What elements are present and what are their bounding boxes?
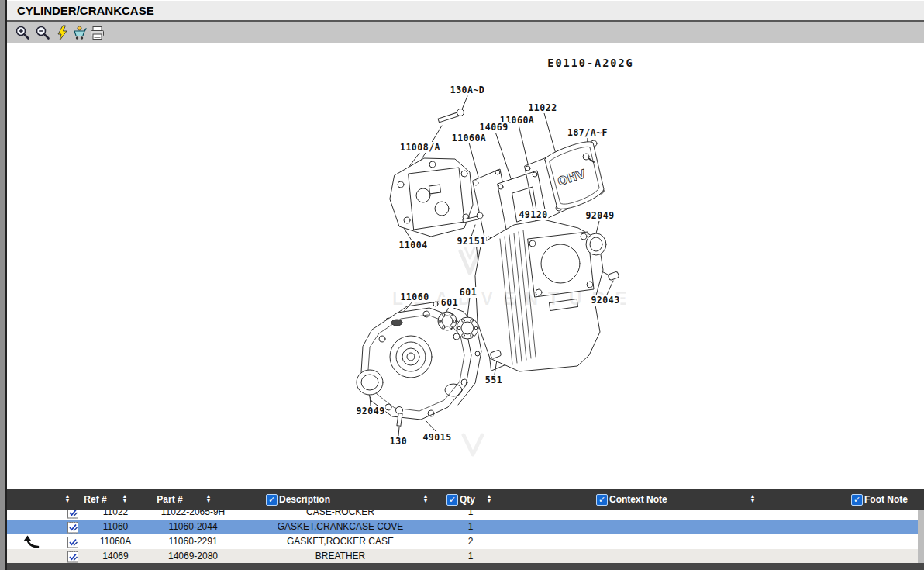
table-row[interactable]: 11022 11022-2065-9H CASE-ROCKER 1 xyxy=(7,510,924,520)
column-header-ref[interactable]: Ref # xyxy=(84,494,106,505)
part-label-551[interactable]: 551 xyxy=(484,375,503,385)
part-cell: 11022-2065-9H xyxy=(147,510,240,520)
page-title: CYLINDER/CRANKCASE xyxy=(17,1,924,21)
bottom-bar xyxy=(7,563,924,570)
part-label-11008-a[interactable]: 11008/A xyxy=(399,142,441,153)
column-header-context-note[interactable]: Context Note xyxy=(609,494,667,505)
part-label-92049[interactable]: 92049 xyxy=(584,210,615,221)
foot-note-column-checkbox[interactable]: ✓ xyxy=(851,494,863,506)
table-row[interactable]: 14069 14069-2080 BREATHER 1 xyxy=(7,549,924,563)
description-cell: BREATHER xyxy=(247,549,433,563)
sort-control[interactable]: ▲▼ xyxy=(423,494,429,503)
table-right-edge xyxy=(918,510,924,563)
part-label-11022[interactable]: 11022 xyxy=(527,102,557,113)
table-header: ▲▼ Ref # ▲▼ Part # ▲▼ ✓ Description ▲▼ ✓… xyxy=(7,489,924,510)
ref-cell: 11060A xyxy=(82,534,149,549)
sort-control[interactable]: ▲▼ xyxy=(122,494,128,503)
part-label-130a-d[interactable]: 130A~D xyxy=(450,85,486,95)
column-header-qty[interactable]: Qty xyxy=(460,494,475,505)
column-header-part[interactable]: Part # xyxy=(157,494,182,505)
description-cell: CASE-ROCKER xyxy=(247,510,433,520)
add-to-cart-icon[interactable] xyxy=(72,25,88,41)
context-note-column-checkbox[interactable]: ✓ xyxy=(596,494,608,506)
ref-cell: 14069 xyxy=(82,549,149,563)
exploded-diagram-area: OHV xyxy=(7,43,924,489)
part-label-14069[interactable]: 14069 xyxy=(478,122,509,133)
part-label-49015[interactable]: 49015 xyxy=(422,432,452,443)
qty-column-checkbox[interactable]: ✓ xyxy=(446,494,458,506)
ref-cell: 11060 xyxy=(82,520,149,534)
table-row[interactable]: 11060A 11060-2291 GASKET,ROCKER CASE 2 xyxy=(7,534,924,549)
note-icon[interactable] xyxy=(67,520,79,534)
qty-cell: 2 xyxy=(443,534,498,549)
part-label-601[interactable]: 601 xyxy=(459,287,478,298)
part-label-92049[interactable]: 92049 xyxy=(355,406,385,416)
title-bar: CYLINDER/CRANKCASE xyxy=(7,0,924,21)
part-label-11004[interactable]: 11004 xyxy=(398,240,428,250)
window-left-edge xyxy=(0,0,5,570)
note-icon[interactable] xyxy=(67,535,79,548)
sort-control[interactable]: ▲▼ xyxy=(65,494,71,503)
part-label-11060[interactable]: 11060 xyxy=(399,292,429,302)
zoom-in-icon[interactable] xyxy=(15,25,31,41)
table-row[interactable]: 11060 11060-2044 GASKET,CRANKCASE COVE 1 xyxy=(7,520,924,534)
part-cell: 11060-2291 xyxy=(147,534,240,549)
sort-control[interactable]: ▲▼ xyxy=(487,494,492,503)
part-label-11060a[interactable]: 11060A xyxy=(451,133,488,143)
part-label-92043[interactable]: 92043 xyxy=(590,295,620,306)
sort-control[interactable]: ▲▼ xyxy=(750,494,756,503)
description-column-checkbox[interactable]: ✓ xyxy=(266,494,278,506)
part-cell: 11060-2044 xyxy=(147,520,240,534)
ref-cell: 11022 xyxy=(82,510,149,520)
column-header-foot-note[interactable]: Foot Note xyxy=(864,494,908,505)
selected-row-arrow-icon xyxy=(22,535,40,549)
description-cell: GASKET,ROCKER CASE xyxy=(247,534,433,549)
part-label-187-a-f[interactable]: 187/A~F xyxy=(567,127,609,138)
column-header-description[interactable]: Description xyxy=(279,494,330,505)
highlight-lightning-icon[interactable] xyxy=(55,25,71,41)
part-label-601[interactable]: 601 xyxy=(440,297,459,308)
part-label-130[interactable]: 130 xyxy=(389,436,408,447)
parts-table-body: 11022 11022-2065-9H CASE-ROCKER 1 11060 … xyxy=(7,510,924,563)
diagram-line-art: OHV xyxy=(7,43,924,489)
parts-catalog-window: CYLINDER/CRANKCASE xyxy=(0,0,924,570)
diagram-toolbar xyxy=(7,22,924,43)
diagram-code: E0110-A202G xyxy=(547,57,633,69)
qty-cell: 1 xyxy=(443,520,498,534)
note-icon[interactable] xyxy=(67,550,79,563)
part-label-49120[interactable]: 49120 xyxy=(518,209,548,220)
qty-cell: 1 xyxy=(443,510,498,520)
sort-control[interactable]: ▲▼ xyxy=(206,494,212,503)
part-cell: 14069-2080 xyxy=(147,549,240,563)
part-label-92151[interactable]: 92151 xyxy=(456,236,486,247)
qty-cell: 1 xyxy=(443,549,498,563)
zoom-out-icon[interactable] xyxy=(35,25,51,41)
print-icon[interactable] xyxy=(89,25,105,41)
description-cell: GASKET,CRANKCASE COVE xyxy=(247,520,433,534)
note-icon[interactable] xyxy=(67,510,79,519)
